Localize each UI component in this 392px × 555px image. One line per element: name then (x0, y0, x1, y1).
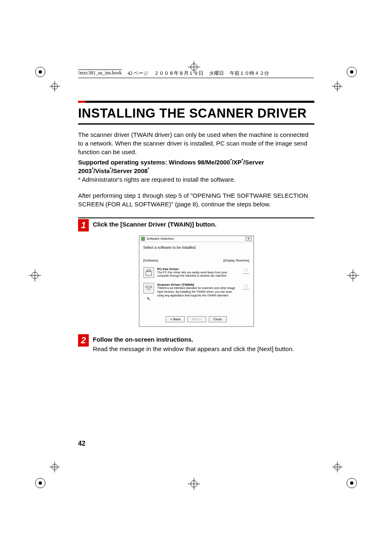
item-title: Scanner Driver (TWAIN) (157, 283, 240, 287)
crop-mark (332, 81, 343, 93)
step-text: Read the message in the window that appe… (93, 345, 314, 353)
close-button[interactable]: ✕ (245, 237, 252, 241)
header-filename: !mxc381_us_ins.book (78, 70, 122, 77)
step-rule (78, 217, 314, 218)
software-item-twain[interactable]: Scanner Driver (TWAIN) TWAIN is an inter… (139, 280, 254, 300)
readme-label: [Display Readme] (223, 259, 249, 262)
crop-mark (29, 269, 45, 286)
footnote-text: * Administrator's rights are required to… (78, 175, 314, 184)
step-1: 1 Click the [Scanner Driver (TWAIN)] but… (78, 217, 314, 327)
crop-mark (188, 478, 204, 494)
step-number: 2 (78, 334, 89, 347)
crop-mark (32, 475, 48, 491)
supported-os: Supported operating systems: Windows 98/… (78, 158, 314, 175)
next-button[interactable]: Next > (187, 316, 206, 322)
crop-mark (49, 462, 60, 474)
header-time: 午前１０時４２分 (230, 70, 269, 77)
crop-mark (49, 81, 60, 93)
crop-mark (347, 269, 363, 286)
step-number: 1 (78, 219, 89, 231)
svg-point-3 (350, 70, 353, 74)
page-title: INSTALLING THE SCANNER DRIVER (78, 106, 314, 121)
window-icon (141, 237, 145, 241)
scanner-icon (143, 283, 154, 294)
svg-point-7 (350, 481, 353, 485)
software-label: [Software] (143, 259, 158, 262)
pcfax-icon (143, 267, 154, 278)
continue-text: After performing step 1 through step 5 o… (78, 191, 314, 208)
intro-text: The scanner driver (TWAIN driver) can on… (78, 130, 314, 156)
svg-rect-32 (146, 271, 152, 275)
item-title: PC-Fax Driver (157, 267, 240, 271)
header-day: 火曜日 (209, 70, 224, 77)
rule-bottom (78, 123, 314, 125)
page-content: INSTALLING THE SCANNER DRIVER The scanne… (78, 101, 314, 358)
page-number: 42 (78, 440, 85, 447)
crop-mark (188, 61, 204, 77)
crop-mark (344, 475, 360, 491)
crop-mark (32, 64, 48, 80)
back-button[interactable]: < Back (166, 316, 185, 322)
svg-point-1 (39, 70, 42, 74)
crop-mark (344, 64, 360, 80)
window-prompt: Select a software to be installed. (139, 242, 254, 259)
header-page: 42 ページ (127, 70, 148, 77)
svg-rect-33 (147, 270, 150, 271)
window-titlebar: Software Selection ✕ (139, 236, 254, 242)
crop-mark (332, 462, 343, 474)
rule-top (78, 101, 314, 103)
readme-icon[interactable]: 📄 (243, 267, 249, 274)
item-desc: The PC-Fax driver lets you easily send f… (157, 271, 240, 278)
close-button[interactable]: Close (209, 316, 227, 322)
step-title: Click the [Scanner Driver (TWAIN)] butto… (93, 221, 314, 228)
software-selection-window: Software Selection ✕ Select a software t… (139, 236, 254, 327)
step-2: 2 Follow the on-screen instructions. Rea… (78, 334, 314, 353)
step-title: Follow the on-screen instructions. (93, 336, 314, 343)
readme-icon[interactable]: 📄 (243, 283, 249, 289)
svg-point-5 (39, 481, 42, 485)
item-desc: TWAIN is an interface standard for scann… (157, 287, 240, 297)
svg-rect-34 (146, 286, 152, 288)
window-title: Software Selection (147, 237, 174, 240)
software-item-pcfax[interactable]: PC-Fax Driver The PC-Fax driver lets you… (139, 265, 254, 281)
